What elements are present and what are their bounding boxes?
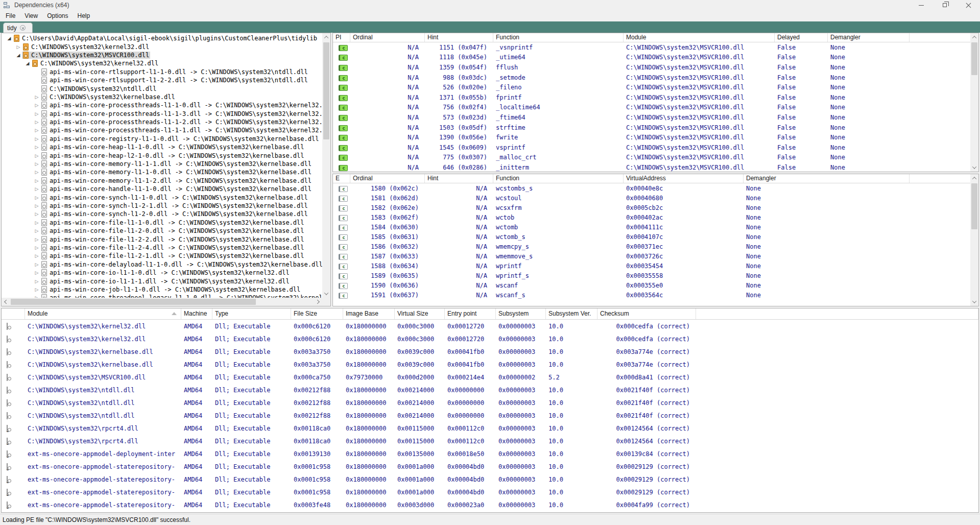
column-header[interactable]: Delayed: [775, 33, 828, 42]
tree-item[interactable]: ▷api-ms-win-core-synch-l1-2-1.dll -> C:\…: [2, 202, 322, 210]
column-header[interactable]: Entry point: [445, 308, 496, 319]
expander-closed-icon[interactable]: ▷: [33, 185, 40, 193]
column-header[interactable]: Hint: [425, 33, 493, 42]
expander-open-icon[interactable]: ◢: [24, 60, 31, 67]
scroll-down-icon[interactable]: [322, 290, 330, 298]
exports-vscroll-thumb[interactable]: [971, 183, 977, 229]
column-header[interactable]: Subsystem Ver.: [546, 308, 597, 319]
expander-closed-icon[interactable]: ▷: [33, 127, 40, 134]
table-row[interactable]: cN/A988 (0x03dc)_setmodeC:\WINDOWS\syste…: [333, 73, 978, 83]
tree-item[interactable]: ◢C:\Users\David\AppData\Local\sigil-eboo…: [2, 34, 322, 42]
tree-item[interactable]: ▷api-ms-win-core-memory-l1-1-2.dll -> C:…: [2, 177, 322, 185]
column-header[interactable]: File Size: [291, 308, 343, 319]
tree-item[interactable]: ▷api-ms-win-core-synch-l1-2-0.dll -> C:\…: [2, 210, 322, 218]
expander-closed-icon[interactable]: ▷: [33, 286, 40, 293]
scroll-left-icon[interactable]: [2, 298, 10, 306]
expander-closed-icon[interactable]: ▷: [33, 261, 40, 268]
tree-vscroll-thumb[interactable]: [323, 42, 329, 139]
exports-vertical-scrollbar[interactable]: [970, 174, 978, 306]
column-header[interactable]: VirtualAddress: [624, 174, 744, 183]
expander-closed-icon[interactable]: ▷: [33, 152, 40, 159]
imports-vertical-scrollbar[interactable]: [970, 33, 978, 172]
expander-closed-icon[interactable]: ▷: [33, 194, 40, 201]
table-row[interactable]: ext-ms-onecore-appmodel-deployment-inter…: [2, 447, 978, 460]
tree-hscroll-thumb[interactable]: [11, 299, 256, 305]
tree-item[interactable]: ▷api-ms-win-core-synch-l1-1-0.dll -> C:\…: [2, 193, 322, 201]
tree-item[interactable]: ◢C:\WINDOWS\system32\kernel32.dll: [2, 59, 322, 67]
column-header[interactable]: Hint: [425, 174, 493, 183]
tree-item[interactable]: ▷C:\WINDOWS\system32\kernelbase.dll: [2, 93, 322, 101]
tree-item[interactable]: ▷api-ms-win-core-processthreads-l1-1-3.d…: [2, 110, 322, 118]
scroll-up-icon[interactable]: [970, 174, 978, 182]
tree-item[interactable]: ▷api-ms-win-core-io-l1-1-1.dll -> C:\WIN…: [2, 277, 322, 285]
column-header[interactable]: Ordinal: [350, 174, 425, 183]
table-row[interactable]: cN/A526 (0x020e)_filenoC:\WINDOWS\system…: [333, 82, 978, 92]
table-row[interactable]: ext-ms-onecore-appmodel-staterepository-…: [2, 498, 978, 511]
table-row[interactable]: c1591 (0x0637)N/Awscanf_s0x0003564cNone: [333, 290, 978, 300]
expander-closed-icon[interactable]: ▷: [33, 210, 40, 218]
table-row[interactable]: cN/A573 (0x023d)_ftime64C:\WINDOWS\syste…: [333, 112, 978, 123]
tree-horizontal-scrollbar[interactable]: [2, 298, 322, 306]
table-row[interactable]: C:\WINDOWS\system32\kernelbase.dllAMD64D…: [2, 345, 978, 358]
table-row[interactable]: cN/A1359 (0x054f)fflushC:\WINDOWS\system…: [333, 62, 978, 73]
column-header[interactable]: PI: [333, 33, 350, 42]
table-row[interactable]: cN/A1545 (0x0609)vsprintfC:\WINDOWS\syst…: [333, 142, 978, 153]
scroll-right-icon[interactable]: [314, 298, 322, 306]
table-row[interactable]: c1587 (0x0633)N/Awmemmove_s0x0003726cNon…: [333, 251, 978, 261]
table-row[interactable]: c1581 (0x062d)N/Awcstoul0x00040680None: [333, 193, 978, 203]
expander-closed-icon[interactable]: ▷: [33, 269, 40, 276]
tree-item[interactable]: ▷api-ms-win-core-processthreads-l1-1-0.d…: [2, 101, 322, 109]
tree-item[interactable]: ▷api-ms-win-core-memory-l1-1-0.dll -> C:…: [2, 168, 322, 176]
expander-closed-icon[interactable]: ▷: [33, 236, 40, 243]
menu-help[interactable]: Help: [73, 11, 95, 21]
table-row[interactable]: c1586 (0x0632)N/Awmemcpy_s0x000371ecNone: [333, 242, 978, 251]
table-row[interactable]: cN/A1151 (0x047f)_vsnprintfC:\WINDOWS\sy…: [333, 42, 978, 53]
expander-closed-icon[interactable]: ▷: [33, 160, 40, 168]
expander-closed-icon[interactable]: ▷: [33, 118, 40, 126]
column-header[interactable]: Subsystem: [496, 308, 546, 319]
column-header[interactable]: Virtual Size: [395, 308, 445, 319]
column-header[interactable]: Module: [25, 308, 181, 319]
expander-closed-icon[interactable]: ▷: [33, 252, 40, 259]
expander-open-icon[interactable]: ◢: [6, 35, 13, 42]
expander-closed-icon[interactable]: ▷: [33, 93, 40, 101]
tree-item[interactable]: ▷api-ms-win-core-file-l1-1-0.dll -> C:\W…: [2, 219, 322, 227]
tab-tidy[interactable]: tidy: [3, 22, 33, 33]
expander-closed-icon[interactable]: ▷: [33, 202, 40, 209]
column-header[interactable]: Module: [624, 33, 775, 42]
table-row[interactable]: ext-ms-onecore-appmodel-staterepository-…: [2, 460, 978, 473]
table-row[interactable]: cN/A1118 (0x045e)_utime64C:\WINDOWS\syst…: [333, 53, 978, 63]
table-row[interactable]: ext-ms-onecore-appmodel-staterepository-…: [2, 486, 978, 498]
tree-item[interactable]: api-ms-win-core-rtlsupport-l1-1-0.dll ->…: [2, 68, 322, 76]
tree-item[interactable]: ▷api-ms-win-core-threadpool-legacy-l1-1-…: [2, 294, 322, 298]
tree-item[interactable]: ◢C:\WINDOWS\system32\MSVCR100.dll: [2, 51, 322, 59]
column-header[interactable]: [2, 308, 25, 319]
table-row[interactable]: c1582 (0x062e)N/Awcsxfrm0x0005cb2cNone: [333, 203, 978, 212]
tree-vertical-scrollbar[interactable]: [322, 33, 330, 298]
table-row[interactable]: c1590 (0x0636)N/Awscanf0x000355e0None: [333, 280, 978, 290]
tree-item[interactable]: ▷api-ms-win-core-processthreads-l1-1-2.d…: [2, 118, 322, 126]
expander-closed-icon[interactable]: ▷: [33, 110, 40, 117]
table-row[interactable]: c1584 (0x0630)N/Awctomb0x0004111cNone: [333, 222, 978, 232]
tree-item[interactable]: ▷api-ms-win-core-file-l1-2-4.dll -> C:\W…: [2, 244, 322, 252]
menu-view[interactable]: View: [20, 11, 42, 21]
menu-file[interactable]: File: [1, 11, 20, 21]
tree-item[interactable]: ▷api-ms-win-core-heap-l1-1-0.dll -> C:\W…: [2, 143, 322, 151]
column-header[interactable]: Demangler: [744, 174, 910, 183]
expander-open-icon[interactable]: ◢: [15, 52, 22, 59]
tree-item[interactable]: ▷api-ms-win-core-file-l1-2-1.dll -> C:\W…: [2, 252, 322, 260]
expander-closed-icon[interactable]: ▷: [33, 219, 40, 226]
tree-item[interactable]: ▷api-ms-win-core-file-l1-2-2.dll -> C:\W…: [2, 235, 322, 243]
scroll-up-icon[interactable]: [970, 33, 978, 41]
table-row[interactable]: ext-ms-onecore-appmodel-staterepository-…: [2, 473, 978, 486]
tree-item[interactable]: ▷api-ms-win-core-file-l1-2-0.dll -> C:\W…: [2, 227, 322, 235]
menu-options[interactable]: Options: [42, 11, 73, 21]
table-row[interactable]: C:\WINDOWS\system32\MSVCR100.dllAMD64Dll…: [2, 371, 978, 384]
tab-close-icon[interactable]: [20, 25, 26, 31]
column-header[interactable]: Ordinal: [350, 33, 425, 42]
expander-closed-icon[interactable]: ▷: [15, 43, 22, 51]
table-row[interactable]: cN/A756 (0x02f4)_localtime64C:\WINDOWS\s…: [333, 103, 978, 113]
expander-closed-icon[interactable]: ▷: [33, 144, 40, 151]
expander-closed-icon[interactable]: ▷: [33, 227, 40, 234]
table-row[interactable]: C:\WINDOWS\system32\kernel32.dllAMD64Dll…: [2, 320, 978, 332]
